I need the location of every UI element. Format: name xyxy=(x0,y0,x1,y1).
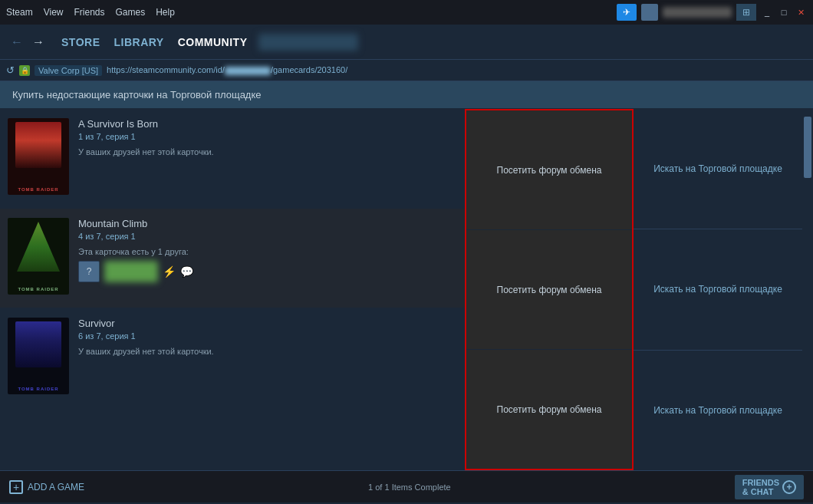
menu-view[interactable]: View xyxy=(44,7,64,18)
maximize-button[interactable]: □ xyxy=(778,6,790,18)
bottom-bar: + ADD A GAME 1 of 1 Items Complete FRIEN… xyxy=(0,470,813,502)
card-art-label-2: TOMB RAIDER xyxy=(8,287,69,292)
refresh-button[interactable]: ↺ xyxy=(6,64,15,76)
friends-chat-label: FRIENDS& CHAT xyxy=(742,478,779,496)
market-label-2: Искать на Торговой площадке xyxy=(653,284,782,295)
friends-plus-icon: + xyxy=(782,480,796,494)
scrollbar[interactable] xyxy=(802,109,813,470)
menu-games[interactable]: Games xyxy=(116,7,146,18)
title-bar: Steam View Friends Games Help ✈ ⊞ _ □ ✕ xyxy=(0,0,813,25)
steam-icon: ✈ xyxy=(623,7,630,18)
nav-store[interactable]: STORE xyxy=(61,36,100,48)
market-label-1: Искать на Торговой площадке xyxy=(653,163,782,174)
action-columns: Посетить форум обмена Посетить форум обм… xyxy=(465,109,802,470)
visit-forum-label-2: Посетить форум обмена xyxy=(497,285,602,295)
forum-column: Посетить форум обмена Посетить форум обм… xyxy=(465,109,634,470)
nav-bar: ← → STORE LIBRARY COMMUNITY xyxy=(0,25,813,60)
nav-links: STORE LIBRARY COMMUNITY xyxy=(61,36,248,48)
visit-forum-label-3: Посетить форум обмена xyxy=(497,404,602,415)
card-art-label-3: TOMB RAIDER xyxy=(8,387,69,391)
card-art-label-1: TOMB RAIDER xyxy=(8,187,69,192)
visit-forum-button-1[interactable]: Посетить форум обмена xyxy=(466,110,632,230)
steam-icon-box: ✈ xyxy=(617,4,637,21)
add-game-button[interactable]: + ADD A GAME xyxy=(9,480,84,494)
menu-steam[interactable]: Steam xyxy=(6,7,33,18)
screenshot-icon[interactable]: ⊞ xyxy=(736,4,756,21)
market-button-2[interactable]: Искать на Торговой площадке xyxy=(634,229,802,350)
valve-corp-label: Valve Corp [US] xyxy=(35,65,102,76)
title-bar-left: Steam View Friends Games Help xyxy=(6,7,175,18)
chat-icon[interactable]: 💬 xyxy=(180,265,193,278)
status-text: 1 of 1 Items Complete xyxy=(368,483,451,492)
visit-forum-button-3[interactable]: Посетить форум обмена xyxy=(466,350,632,469)
visit-forum-button-2[interactable]: Посетить форум обмена xyxy=(466,230,632,350)
market-column: Искать на Торговой площадке Искать на То… xyxy=(634,109,802,470)
market-button-1[interactable]: Искать на Торговой площадке xyxy=(634,109,802,229)
avatar xyxy=(641,4,658,21)
url-text: https://steamcommunity.com/id//gamecards… xyxy=(107,65,347,75)
add-icon: + xyxy=(9,480,23,494)
address-bar: ↺ 🔒 Valve Corp [US] https://steamcommuni… xyxy=(0,60,813,81)
market-button-3[interactable]: Искать на Торговой площадке xyxy=(634,351,802,470)
market-label-3: Искать на Торговой площадке xyxy=(653,405,782,416)
menu-friends[interactable]: Friends xyxy=(74,7,104,18)
minimize-button[interactable]: _ xyxy=(761,6,773,18)
menu-items: Steam View Friends Games Help xyxy=(6,7,175,18)
nav-library[interactable]: LIBRARY xyxy=(114,36,163,48)
card-image-2: TOMB RAIDER xyxy=(8,218,69,295)
card-image-3: TOMB RAIDER xyxy=(8,318,69,394)
card-image-1: TOMB RAIDER xyxy=(8,118,69,195)
scroll-thumb[interactable] xyxy=(804,117,811,178)
menu-help[interactable]: Help xyxy=(156,7,175,18)
forward-arrow[interactable]: → xyxy=(29,34,48,51)
close-button[interactable]: ✕ xyxy=(795,6,807,18)
friend-avatar-question: ? xyxy=(78,261,100,282)
nav-arrows: ← → xyxy=(8,34,48,51)
friend-avatar-blurred xyxy=(104,261,158,282)
nav-search-blurred xyxy=(258,34,358,51)
title-bar-right: ✈ ⊞ _ □ ✕ xyxy=(617,4,807,21)
trade-icon[interactable]: ⚡ xyxy=(163,265,176,278)
add-game-label: ADD A GAME xyxy=(28,482,84,492)
main-content: TOMB RAIDER A Survivor Is Born 1 из 7, с… xyxy=(0,109,813,470)
nav-community[interactable]: COMMUNITY xyxy=(178,36,248,48)
top-banner: Купить недостающие карточки на Торговой … xyxy=(0,81,813,109)
username-blurred xyxy=(663,7,732,18)
lock-icon: 🔒 xyxy=(19,65,30,76)
top-banner-text: Купить недостающие карточки на Торговой … xyxy=(12,89,262,100)
visit-forum-label-1: Посетить форум обмена xyxy=(497,165,602,176)
back-arrow[interactable]: ← xyxy=(8,34,26,51)
friends-chat-button[interactable]: FRIENDS& CHAT + xyxy=(735,475,804,499)
